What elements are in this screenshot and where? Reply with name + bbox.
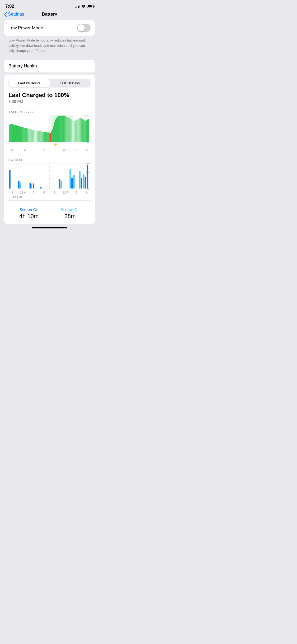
svg-rect-78	[73, 121, 73, 142]
home-indicator	[32, 227, 67, 228]
status-icons	[76, 5, 94, 8]
svg-rect-93	[88, 119, 89, 142]
battery-health-section: Battery Health ›	[0, 60, 99, 72]
svg-rect-66	[60, 116, 61, 142]
svg-rect-75	[69, 118, 70, 142]
svg-rect-87	[82, 119, 83, 142]
svg-rect-37	[32, 130, 33, 142]
svg-rect-54	[50, 133, 51, 142]
svg-rect-67	[61, 116, 62, 142]
low-power-mode-toggle[interactable]	[77, 24, 91, 32]
svg-rect-47	[43, 132, 44, 142]
svg-rect-36	[31, 130, 32, 142]
act-time-9: 9	[10, 191, 15, 194]
activity-label: ACTIVITY	[8, 158, 91, 161]
battery-level-svg: 100% 50% 0%	[8, 116, 91, 147]
svg-rect-77	[72, 119, 72, 142]
act-time-12a: 12 A	[20, 191, 26, 194]
low-power-mode-row: Low Power Mode	[4, 20, 95, 36]
svg-rect-59	[53, 126, 54, 142]
segment-control: Last 24 Hours Last 10 Days	[8, 79, 91, 88]
svg-rect-76	[70, 119, 71, 142]
svg-rect-18	[13, 125, 14, 142]
svg-rect-128	[87, 165, 88, 188]
svg-rect-117	[41, 187, 42, 188]
svg-rect-60	[54, 122, 55, 142]
svg-rect-65	[59, 116, 60, 142]
svg-rect-53	[49, 133, 50, 142]
chevron-right-icon: ›	[89, 63, 91, 69]
page-title: Battery	[42, 12, 57, 17]
back-button[interactable]: Settings	[4, 12, 24, 17]
svg-rect-89	[84, 120, 85, 142]
svg-rect-19	[14, 125, 15, 142]
svg-rect-88	[83, 119, 84, 142]
svg-rect-72	[67, 117, 67, 142]
segment-last-10d[interactable]: Last 10 Days	[50, 79, 90, 87]
battery-health-card[interactable]: Battery Health ›	[4, 60, 95, 72]
svg-rect-110	[9, 170, 11, 188]
svg-rect-127	[85, 177, 86, 188]
svg-text:⚡: ⚡	[54, 142, 58, 146]
svg-rect-91	[86, 120, 87, 142]
battery-health-label: Battery Health	[8, 63, 37, 69]
act-time-3b: 3	[74, 191, 79, 194]
svg-rect-92	[87, 119, 88, 142]
svg-rect-119	[59, 179, 60, 188]
svg-rect-86	[81, 118, 82, 142]
screen-off-tab[interactable]: Screen Off	[50, 207, 91, 212]
battery-icon	[87, 5, 94, 8]
svg-rect-21	[16, 125, 17, 142]
svg-rect-111	[18, 181, 20, 188]
activity-svg: 60m 30m 0m	[8, 163, 91, 190]
svg-rect-74	[68, 118, 69, 142]
svg-rect-79	[74, 121, 74, 142]
act-time-3: 3	[31, 191, 36, 194]
svg-rect-28	[23, 127, 24, 142]
battery-time-labels: 9 12 A 3 6 9 12 P 3 6	[8, 148, 91, 151]
screen-on-value: 4h 10m	[8, 213, 50, 220]
last-charged-time: 3:39 PM	[8, 99, 91, 104]
svg-rect-35	[31, 129, 31, 142]
svg-rect-22	[17, 126, 18, 142]
svg-text:100%: 100%	[84, 116, 89, 117]
screen-on-tab[interactable]: Screen On	[8, 207, 50, 212]
time-label-9b: 9	[52, 148, 57, 151]
svg-rect-114	[31, 184, 32, 188]
svg-rect-85	[80, 118, 81, 142]
low-power-mode-card: Low Power Mode	[4, 20, 95, 36]
battery-chart-card: Last 24 Hours Last 10 Days Last Charged …	[4, 75, 95, 224]
svg-rect-80	[75, 121, 76, 142]
battery-level-chart: 100% 50% 0%	[8, 116, 91, 147]
svg-rect-84	[79, 118, 79, 142]
svg-rect-62	[56, 118, 57, 142]
svg-rect-30	[25, 128, 26, 142]
svg-rect-83	[78, 119, 78, 142]
svg-rect-68	[62, 116, 63, 142]
time-label-12a: 12 A	[20, 148, 26, 151]
segment-last-24h[interactable]: Last 24 Hours	[9, 79, 50, 87]
svg-rect-44	[40, 131, 41, 142]
svg-rect-42	[38, 131, 39, 142]
date-label: 13 Sep	[8, 195, 91, 198]
act-time-9b: 9	[52, 191, 57, 194]
svg-rect-122	[71, 178, 73, 188]
svg-rect-45	[41, 131, 41, 142]
svg-rect-90	[85, 121, 86, 142]
svg-rect-52	[48, 132, 49, 142]
svg-rect-73	[68, 117, 68, 142]
svg-rect-15	[10, 124, 11, 142]
svg-rect-57	[51, 131, 52, 142]
act-time-12p: 12 P	[63, 191, 69, 194]
svg-rect-25	[20, 127, 21, 142]
svg-rect-48	[44, 132, 45, 142]
low-power-mode-section: Low Power Mode Low Power Mode temporaril…	[0, 20, 99, 58]
battery-health-row[interactable]: Battery Health ›	[4, 60, 95, 72]
svg-rect-41	[37, 131, 37, 142]
chevron-left-icon	[4, 12, 7, 17]
svg-rect-81	[76, 120, 77, 142]
screen-tabs: Screen On Screen Off	[8, 204, 91, 212]
signal-icon	[76, 5, 80, 8]
status-bar: 7:02	[0, 0, 99, 11]
toggle-knob	[78, 24, 85, 31]
